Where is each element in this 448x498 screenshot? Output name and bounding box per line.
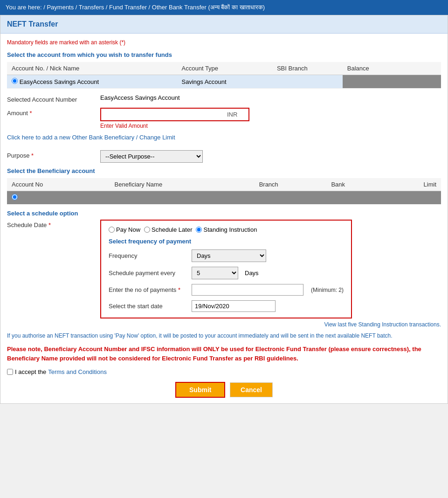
ben-limit [385, 191, 441, 205]
account-radio[interactable] [12, 78, 18, 84]
frequency-label: Frequency [109, 252, 188, 259]
purpose-row: Purpose * --Select Purpose-- Family Main… [7, 150, 441, 163]
add-beneficiary-link[interactable]: Click here to add a new Other Bank Benef… [7, 134, 175, 141]
info-note: If you authorise an NEFT transaction usi… [7, 332, 441, 340]
beneficiary-radio[interactable] [12, 194, 18, 200]
account-branch [272, 75, 343, 89]
schedule-every-select[interactable]: 5 1 2 3 [192, 267, 238, 279]
schedule-later-label: Schedule Later [152, 226, 192, 233]
start-date-row: Select the start date [109, 300, 344, 312]
schedule-date-label: Schedule Date * [7, 220, 100, 228]
schedule-every-unit: Days [245, 270, 259, 277]
terms-row: I accept the Terms and Conditions [7, 368, 441, 375]
schedule-heading: Select a schedule option [7, 210, 441, 217]
schedule-options-wrapper: Pay Now Schedule Later Standing Instruct… [100, 220, 352, 318]
cancel-button[interactable]: Cancel [230, 382, 273, 397]
mandatory-note: Mandatory fields are marked with an aste… [7, 39, 441, 46]
account-balance [343, 75, 441, 89]
account-name: EasyAccess Savings Account [20, 78, 99, 85]
frequency-select[interactable]: Days Weekly Monthly Quarterly [192, 249, 266, 262]
table-row[interactable]: EasyAccess Savings Account Savings Accou… [7, 75, 441, 89]
terms-prefix: I accept the [15, 368, 46, 375]
submit-button[interactable]: Submit [175, 382, 225, 398]
schedule-later-radio[interactable] [144, 227, 150, 233]
start-date-label: Select the start date [109, 303, 188, 310]
ben-col-name: Beneficiary Name [110, 178, 255, 191]
selected-account-value: EasyAccess Savings Account [100, 94, 441, 101]
section1-heading: Select the account from which you wish t… [7, 51, 441, 58]
beneficiary-heading: Select the Beneficiary account [7, 167, 441, 174]
standing-instruction-label: Standing Instruction [203, 226, 257, 233]
terms-checkbox[interactable] [7, 369, 13, 375]
beneficiary-row[interactable] [7, 191, 441, 205]
amount-row: Amount * INR Enter Valid Amount [7, 108, 441, 129]
ben-col-limit: Limit [385, 178, 441, 191]
start-date-input[interactable] [192, 300, 276, 312]
page-title: NEFT Transfer [7, 20, 441, 28]
selected-account-label: Selected Account Number [7, 94, 100, 103]
account-type: Savings Account [177, 75, 272, 89]
amount-field-wrapper: INR Enter Valid Amount [100, 108, 441, 129]
ben-branch [255, 191, 327, 205]
purpose-select[interactable]: --Select Purpose-- Family Maintenance Bu… [100, 150, 203, 163]
beneficiary-table: Account No Beneficiary Name Branch Bank … [7, 178, 441, 204]
breadcrumb-text: You are here: / Payments / Transfers / F… [6, 4, 265, 11]
standing-instruction-option[interactable]: Standing Instruction [196, 226, 257, 233]
frequency-row: Frequency Days Weekly Monthly Quarterly [109, 249, 344, 262]
amount-input[interactable] [104, 110, 225, 119]
purpose-label: Purpose * [7, 150, 100, 159]
amount-label: Amount * [7, 108, 100, 117]
col-account-name: Account No. / Nick Name [7, 62, 177, 75]
purpose-required: * [31, 152, 34, 159]
amount-required: * [29, 110, 32, 117]
breadcrumb-bar: You are here: / Payments / Transfers / F… [0, 0, 448, 15]
col-sbi-branch: SBI Branch [272, 62, 343, 75]
ben-col-bank: Bank [326, 178, 385, 191]
no-payments-min: (Minimum: 2) [311, 287, 344, 293]
amount-input-box[interactable]: INR [100, 108, 249, 121]
page-title-bar: NEFT Transfer [0, 15, 448, 34]
pay-now-label: Pay Now [116, 226, 140, 233]
schedule-later-option[interactable]: Schedule Later [144, 226, 192, 233]
currency-label: INR [225, 111, 237, 118]
schedule-every-row: Schedule payment every 5 1 2 3 Days [109, 267, 344, 279]
col-balance: Balance [343, 62, 441, 75]
col-account-type: Account Type [177, 62, 272, 75]
ben-name [110, 191, 255, 205]
terms-link[interactable]: Terms and Conditions [48, 368, 107, 375]
purpose-field-wrapper: --Select Purpose-- Family Maintenance Bu… [100, 150, 441, 163]
amount-hint: Enter Valid Amount [100, 123, 441, 129]
standing-instruction-radio[interactable] [196, 227, 202, 233]
schedule-every-label: Schedule payment every [109, 270, 188, 277]
warning-note: Please note, Beneficiary Account Number … [7, 345, 441, 363]
pay-now-option[interactable]: Pay Now [109, 226, 140, 233]
view-si-link[interactable]: View last five Standing Instruction tran… [7, 321, 441, 328]
no-payments-row: Enter the no of payments * (Minimum: 2) [109, 284, 344, 296]
no-payments-input[interactable] [192, 284, 303, 296]
ben-bank [326, 191, 385, 205]
no-payments-label: Enter the no of payments * [109, 286, 188, 293]
pay-now-radio[interactable] [109, 227, 115, 233]
ben-col-branch: Branch [255, 178, 327, 191]
account-table: Account No. / Nick Name Account Type SBI… [7, 62, 441, 89]
freq-heading: Select frequency of payment [109, 238, 344, 245]
selected-account-row: Selected Account Number EasyAccess Savin… [7, 94, 441, 103]
ben-col-account: Account No [7, 178, 110, 191]
schedule-radio-group: Pay Now Schedule Later Standing Instruct… [109, 226, 344, 233]
button-row: Submit Cancel [7, 382, 441, 398]
